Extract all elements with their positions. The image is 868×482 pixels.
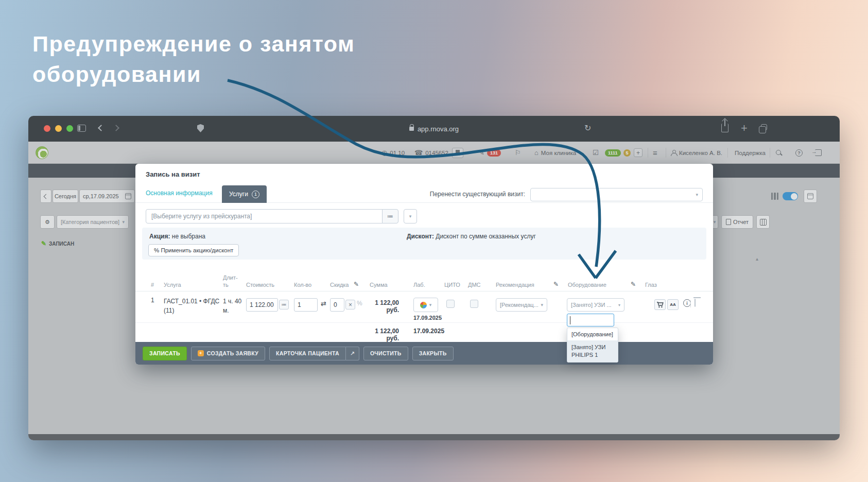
lab-date: 17.09.2025 (413, 315, 442, 321)
browser-window: app.rnova.org ↻ + ◷ 01 10 ☎ 0145652 (28, 116, 840, 440)
reload-icon[interactable]: ↻ (584, 123, 591, 133)
transfer-visit-label: Перенести существующий визит: (430, 191, 525, 198)
quantity-input[interactable] (294, 298, 318, 312)
equipment-dropdown: [Оборудование] [Занято] УЗИ PHILIPS 1 (567, 314, 626, 363)
new-tab-icon[interactable]: + (741, 122, 748, 135)
equipment-options: [Оборудование] [Занято] УЗИ PHILIPS 1 (567, 328, 618, 363)
clear-button[interactable]: ОЧИСТИТЬ (363, 347, 408, 360)
clear-discount-icon[interactable]: × (345, 300, 355, 309)
equipment-select[interactable]: [Занято] УЗИ ... ▾ (567, 298, 624, 312)
discount-input[interactable] (330, 298, 344, 312)
annotation-title: Предупреждение о занятом оборудовании (32, 29, 475, 90)
chevron-down-icon: ▾ (541, 302, 543, 307)
price-calc-button[interactable]: ≔ (279, 300, 289, 309)
service-row: 1 ГАСТ_01.01 • ФГДС (11) 1 ч. 40 м. ≔ ⇄ … (135, 292, 713, 323)
service-dropdown-button[interactable]: ▾ (404, 209, 417, 223)
lab-color-icon (420, 302, 427, 308)
transfer-visit-select[interactable]: ▾ (530, 188, 703, 201)
url-text: app.rnova.org (418, 125, 459, 133)
row-number: 1 (151, 297, 154, 304)
page: Предупреждение о занятом оборудовании ap… (0, 0, 868, 482)
lab-select[interactable]: ▾ (413, 298, 438, 312)
patient-card-button[interactable]: КАРТОЧКА ПАЦИЕНТА (269, 347, 346, 360)
service-list-button[interactable]: ≔ (382, 209, 398, 223)
visit-modal: Запись на визит Основная информация Услу… (135, 164, 713, 365)
lock-icon (409, 127, 414, 131)
equipment-search-input[interactable] (567, 314, 614, 326)
browser-titlebar: app.rnova.org ↻ + (28, 116, 840, 142)
share-icon[interactable] (721, 124, 728, 132)
dms-checkbox[interactable] (470, 300, 478, 308)
tab-main-info[interactable]: Основная информация (146, 190, 213, 197)
info-icon[interactable]: i (683, 299, 691, 307)
services-table-header: # Услуга Длит- ть Стоимость Кол-во Скидк… (135, 273, 713, 291)
row-sum: 1 122,00 руб. (362, 299, 399, 314)
app-area: ◷ 01 10 ☎ 0145652 ✎ 131 ⚐ ⌂ (28, 142, 840, 440)
patient-card-open-icon[interactable]: ↗ (346, 347, 359, 360)
edit-recommendation-icon[interactable]: ✎ (553, 281, 559, 288)
glasses-button[interactable]: АА (667, 299, 679, 310)
service-duration: 1 ч. 40 м. (223, 297, 241, 315)
modal-title: Запись на визит (146, 170, 200, 178)
cost-input[interactable] (246, 298, 278, 312)
service-search-input[interactable] (146, 209, 383, 223)
modal-footer: ЗАПИСАТЬ + СОЗДАТЬ ЗАЯВКУ КАРТОЧКА ПАЦИЕ… (135, 342, 713, 365)
modal-tabbar: Основная информация Услуги 1 Перенести с… (135, 184, 713, 203)
apply-discount-button[interactable]: % Применить акцию/дисконт (148, 244, 239, 256)
cart-button[interactable] (654, 299, 666, 310)
recommendation-select[interactable]: [Рекомендац... ▾ (496, 298, 547, 312)
chevron-down-icon: ▾ (696, 192, 698, 197)
save-button[interactable]: ЗАПИСАТЬ (143, 347, 187, 360)
chevron-down-icon: ▾ (618, 303, 620, 307)
cito-checkbox[interactable] (446, 300, 455, 308)
discount-status: Дисконт: Дисконт по сумме оказанных услу… (407, 233, 536, 240)
action-status: Акция: не выбрана (149, 233, 205, 240)
tab-services[interactable]: Услуги 1 (222, 185, 267, 203)
chevron-down-icon: ▾ (409, 214, 412, 219)
promo-panel: Акция: не выбрана Дисконт: Дисконт по су… (142, 228, 706, 260)
edit-discount-icon[interactable]: ✎ (354, 281, 359, 288)
address-bar[interactable]: app.rnova.org (28, 116, 840, 142)
chevron-down-icon: ▾ (429, 302, 432, 307)
create-request-button[interactable]: + СОЗДАТЬ ЗАЯВКУ (191, 347, 265, 360)
swap-icon[interactable]: ⇄ (321, 300, 326, 307)
close-button[interactable]: ЗАКРЫТЬ (412, 347, 454, 360)
total-sum: 1 122,00 руб. (362, 328, 399, 342)
total-date: 17.09.2025 (413, 328, 444, 335)
equipment-option-busy[interactable]: [Занято] УЗИ PHILIPS 1 (567, 340, 618, 362)
services-count-badge: 1 (252, 191, 259, 198)
show-tabs-icon[interactable] (761, 124, 767, 130)
edit-equipment-icon[interactable]: ✎ (631, 281, 636, 288)
request-icon: + (198, 350, 204, 356)
delete-row-icon[interactable] (695, 299, 696, 306)
service-name: ГАСТ_01.01 • ФГДС (11) (164, 297, 219, 315)
equipment-option-empty[interactable]: [Оборудование] (567, 328, 618, 340)
